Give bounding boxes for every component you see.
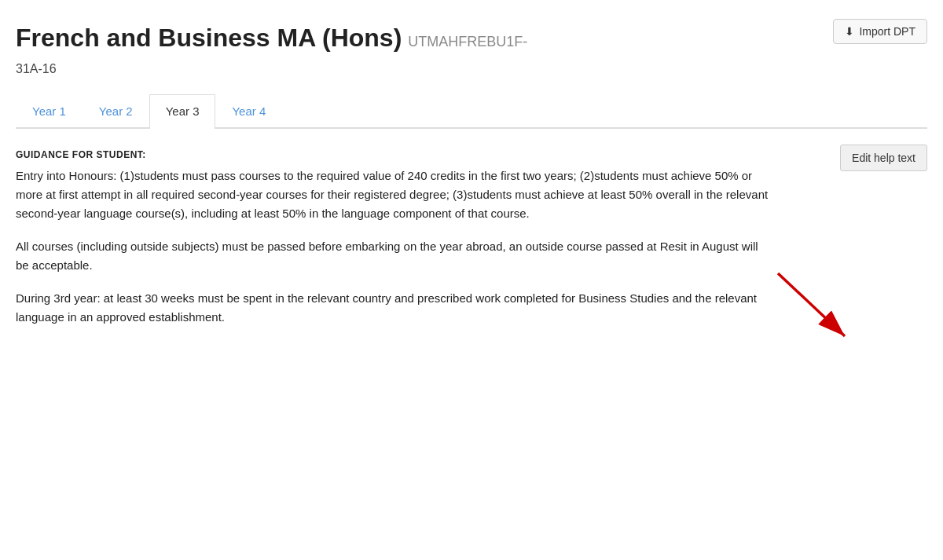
subtitle: 31A-16	[16, 60, 927, 79]
tab-year1[interactable]: Year 1	[16, 94, 83, 129]
svg-line-1	[778, 273, 845, 336]
tab-year2[interactable]: Year 2	[83, 94, 149, 129]
page-wrapper: French and Business MA (Hons) UTMAHFREBU…	[0, 0, 943, 358]
page-title: French and Business MA (Hons)	[16, 19, 402, 57]
guidance-paragraph-3: During 3rd year: at least 30 weeks must …	[16, 289, 770, 327]
guidance-paragraph-2: All courses (including outside subjects)…	[16, 237, 770, 275]
guidance-section-label: GUIDANCE FOR STUDENT:	[16, 148, 927, 162]
content-area: Edit help text GUIDANCE FOR STUDENT: Ent…	[16, 148, 927, 327]
arrow-annotation	[770, 265, 864, 357]
guidance-text: Entry into Honours: (1)students must pas…	[16, 167, 770, 327]
guidance-paragraph-1: Entry into Honours: (1)students must pas…	[16, 167, 770, 223]
tab-year3[interactable]: Year 3	[149, 94, 216, 129]
import-dpt-button[interactable]: ⬇ Import DPT	[833, 19, 927, 44]
import-button-label: Import DPT	[859, 25, 915, 38]
title-code: UTMAHFREBU1F-	[408, 31, 527, 53]
tab-year4[interactable]: Year 4	[215, 94, 282, 129]
edit-help-text-button[interactable]: Edit help text	[840, 145, 927, 171]
title-area: French and Business MA (Hons) UTMAHFREBU…	[16, 19, 527, 57]
import-icon: ⬇	[845, 25, 854, 38]
tabs-container: Year 1 Year 2 Year 3 Year 4	[16, 94, 927, 129]
header-row: French and Business MA (Hons) UTMAHFREBU…	[16, 19, 927, 57]
